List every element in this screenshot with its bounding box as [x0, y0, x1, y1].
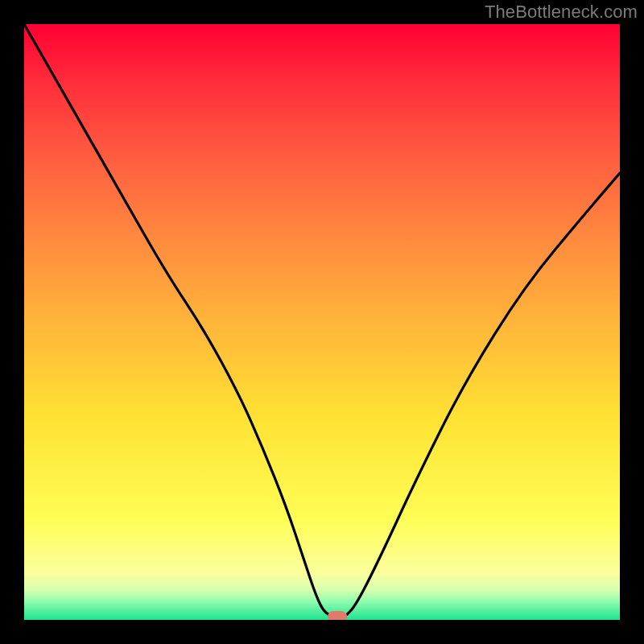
plot-area [24, 24, 620, 620]
chart-frame: TheBottleneck.com [0, 0, 644, 644]
attribution-text: TheBottleneck.com [485, 2, 638, 23]
bottleneck-curve [24, 24, 620, 620]
optimal-point-marker [328, 611, 347, 620]
